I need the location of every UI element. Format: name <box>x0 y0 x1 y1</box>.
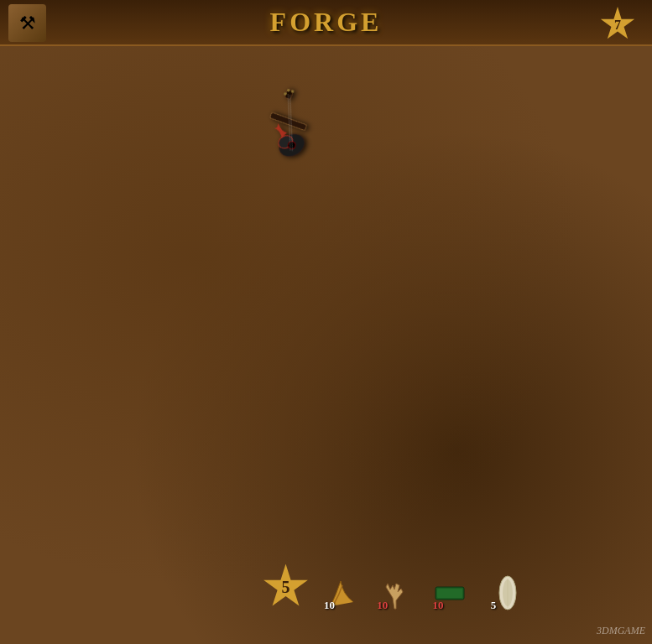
material-count: 10 <box>377 599 388 612</box>
forge-title: FORGE <box>270 7 383 38</box>
forge-icon: ⚒ <box>8 4 46 42</box>
level-badge: 7 <box>600 7 635 42</box>
watermark: 3DMGAME <box>597 625 645 637</box>
material-count: 10 <box>432 599 443 612</box>
material-icon: 5 <box>489 574 527 612</box>
material-icon: 10 <box>322 574 360 612</box>
top-bar: ⚒ FORGE 7 <box>0 0 652 46</box>
material-count: 5 <box>491 599 497 612</box>
svg-rect-11 <box>437 589 462 598</box>
craft-star-number: 5 <box>282 578 290 597</box>
level-number: 7 <box>614 18 621 33</box>
material-icon: 10 <box>375 574 413 612</box>
svg-rect-3 <box>269 112 306 131</box>
background <box>0 0 652 644</box>
material-count: 10 <box>324 599 335 612</box>
material-icon: 10 <box>430 574 468 612</box>
